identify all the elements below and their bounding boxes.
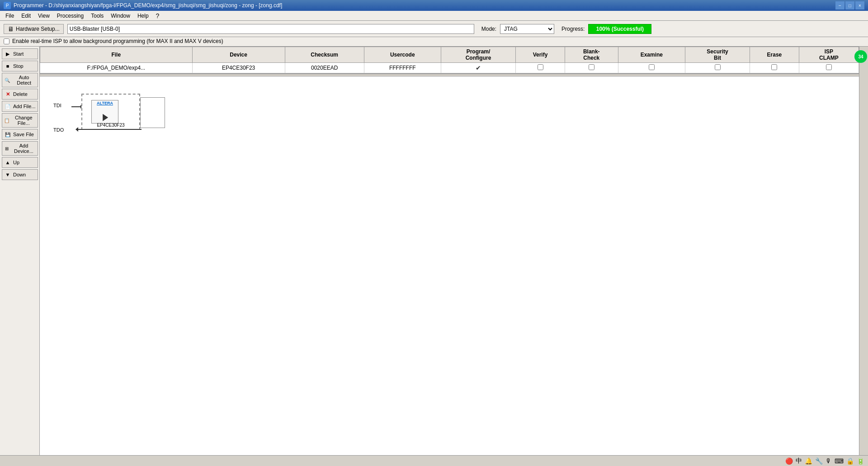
- cell-program[interactable]: ✔: [441, 63, 515, 73]
- maximize-button[interactable]: □: [845, 1, 854, 10]
- window-controls: − □ ×: [835, 1, 864, 10]
- device-chip: ALTERA EP4CE30F23: [81, 94, 140, 130]
- table-row[interactable]: F:/FPGA_DEMO/exp4... EP4CE30F23 0020EEAD…: [40, 63, 859, 73]
- menu-help[interactable]: Help: [134, 11, 152, 20]
- minimize-button[interactable]: −: [835, 1, 844, 10]
- cell-erase[interactable]: [750, 63, 799, 73]
- auto-detect-button[interactable]: 🔍 Auto Detect: [2, 73, 38, 87]
- delete-icon: ✕: [4, 90, 11, 98]
- down-label: Down: [13, 172, 26, 177]
- status-icon-5: 🎙: [826, 457, 832, 465]
- blank-check-checkbox[interactable]: [589, 64, 594, 70]
- scroll-badge[interactable]: 34: [854, 50, 867, 63]
- isp-label: Enable real-time ISP to allow background…: [12, 38, 223, 44]
- start-button[interactable]: ▶ Start: [2, 48, 38, 59]
- sidebar: ▶ Start ■ Stop 🔍 Auto Detect ✕ Delete 📄 …: [0, 47, 40, 466]
- save-file-button[interactable]: 💾 Save File: [2, 129, 38, 140]
- cell-examine[interactable]: [618, 63, 685, 73]
- scroll-indicator-container: 34: [859, 47, 868, 466]
- up-label: Up: [13, 160, 19, 165]
- status-icon-6: ⌨: [835, 457, 844, 465]
- change-file-button[interactable]: 📋 Change File...: [2, 113, 38, 128]
- main-layout: ▶ Start ■ Stop 🔍 Auto Detect ✕ Delete 📄 …: [0, 47, 868, 466]
- isp-checkbox[interactable]: [4, 38, 9, 44]
- menu-processing[interactable]: Processing: [53, 11, 87, 20]
- hardware-input[interactable]: USB-Blaster [USB-0]: [67, 24, 474, 34]
- status-icon-7: 🔒: [846, 457, 854, 465]
- status-icon-3: 🔔: [805, 457, 812, 465]
- examine-checkbox[interactable]: [649, 64, 655, 70]
- menu-edit[interactable]: Edit: [18, 11, 34, 20]
- status-icon-1: 🔴: [785, 457, 793, 465]
- mode-label: Mode:: [481, 26, 496, 32]
- isp-clamp-checkbox[interactable]: [826, 64, 832, 70]
- col-verify: Verify: [516, 47, 565, 63]
- cell-security-bit[interactable]: [685, 63, 750, 73]
- delete-label: Delete: [13, 91, 28, 97]
- erase-checkbox[interactable]: [771, 64, 777, 70]
- security-bit-checkbox[interactable]: [715, 64, 721, 70]
- start-label: Start: [13, 51, 24, 57]
- add-device-label: Add Device...: [12, 143, 36, 154]
- app-icon: P: [4, 2, 11, 9]
- col-erase: Erase: [750, 47, 799, 63]
- col-security-bit: SecurityBit: [685, 47, 750, 63]
- menu-file[interactable]: File: [2, 11, 18, 20]
- menu-bar: File Edit View Processing Tools Window H…: [0, 11, 868, 21]
- col-device: Device: [192, 47, 285, 63]
- cell-file: F:/FPGA_DEMO/exp4...: [40, 63, 193, 73]
- delete-button[interactable]: ✕ Delete: [2, 89, 38, 100]
- col-file: File: [40, 47, 193, 63]
- status-icon-8: 🔋: [857, 457, 864, 465]
- chain-diagram: TDI ALTERA EP4CE30F23: [53, 90, 189, 144]
- change-file-icon: 📋: [4, 117, 10, 124]
- chip-play-button: [103, 114, 108, 121]
- add-file-icon: 📄: [4, 103, 11, 110]
- toolbar: 🖥 Hardware Setup... USB-Blaster [USB-0] …: [0, 21, 868, 37]
- verify-checkbox[interactable]: [538, 64, 543, 70]
- start-icon: ▶: [4, 50, 11, 57]
- menu-view[interactable]: View: [34, 11, 53, 20]
- down-button[interactable]: ▼ Down: [2, 169, 38, 180]
- status-icons: 🔴 中 🔔 🔧 🎙 ⌨ 🔒 🔋: [785, 457, 864, 465]
- up-button[interactable]: ▲ Up: [2, 157, 38, 168]
- col-isp-clamp: ISPCLAMP: [799, 47, 859, 63]
- col-blank-check: Blank-Check: [565, 47, 618, 63]
- title-bar: P Programmer - D:/shiyanxiangshiyan/fpga…: [0, 0, 868, 11]
- mode-select[interactable]: JTAG AS PS: [500, 24, 554, 34]
- menu-extra[interactable]: ?: [152, 11, 163, 20]
- save-file-label: Save File: [13, 132, 34, 137]
- status-icon-2: 中: [796, 457, 802, 465]
- status-icon-4: 🔧: [815, 457, 823, 465]
- add-file-label: Add File...: [13, 104, 36, 109]
- stop-label: Stop: [13, 63, 24, 69]
- cell-verify[interactable]: [516, 63, 565, 73]
- chip-inner: ALTERA: [91, 100, 118, 124]
- close-button[interactable]: ×: [855, 1, 864, 10]
- cell-isp-clamp[interactable]: [799, 63, 859, 73]
- cell-blank-check[interactable]: [565, 63, 618, 73]
- cell-checksum: 0020EEAD: [285, 63, 364, 73]
- add-device-icon: ⊞: [4, 145, 10, 152]
- menu-window[interactable]: Window: [107, 11, 134, 20]
- isp-row: Enable real-time ISP to allow background…: [0, 37, 868, 47]
- stop-button[interactable]: ■ Stop: [2, 61, 38, 71]
- hardware-setup-button[interactable]: 🖥 Hardware Setup...: [4, 24, 64, 34]
- programmer-table-container: File Device Checksum Usercode Program/Co…: [40, 47, 859, 74]
- program-checkbox: ✔: [476, 64, 481, 71]
- stop-icon: ■: [4, 62, 11, 70]
- altera-logo: ALTERA: [92, 101, 118, 105]
- hardware-icon: 🖥: [8, 25, 14, 33]
- tdo-arrow: [76, 129, 142, 130]
- cell-usercode: FFFFFFFF: [364, 63, 441, 73]
- device-name-label: EP4CE30F23: [82, 123, 139, 128]
- add-file-button[interactable]: 📄 Add File...: [2, 101, 38, 112]
- tdo-label: TDO: [53, 127, 64, 133]
- change-file-label: Change File...: [12, 115, 36, 126]
- up-icon: ▲: [4, 159, 11, 166]
- arrowhead-out: [75, 127, 78, 132]
- tdi-label: TDI: [53, 103, 61, 108]
- menu-tools[interactable]: Tools: [87, 11, 107, 20]
- add-device-button[interactable]: ⊞ Add Device...: [2, 141, 38, 156]
- col-examine: Examine: [618, 47, 685, 63]
